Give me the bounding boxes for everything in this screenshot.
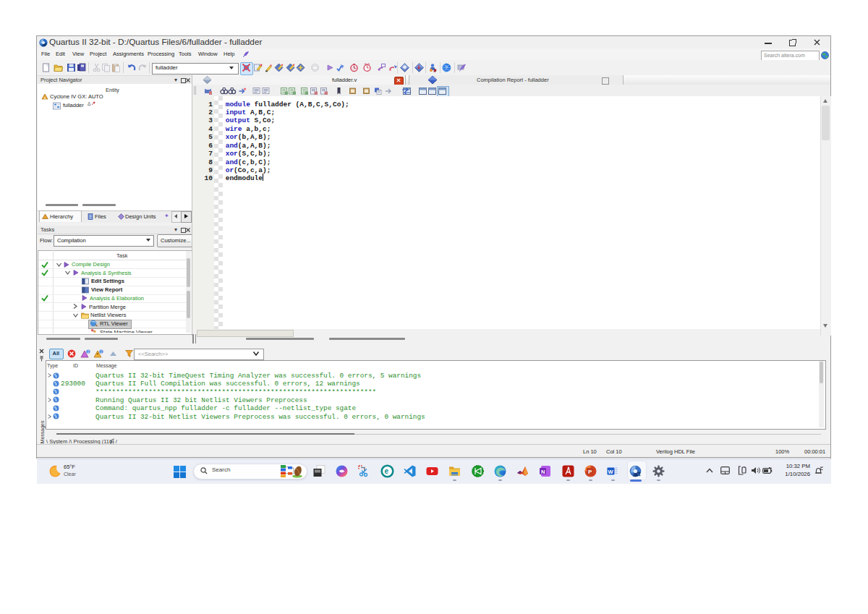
svg-text:Δ: Δ <box>88 101 91 106</box>
svg-text:W: W <box>608 468 614 474</box>
svg-text:e: e <box>384 467 388 475</box>
svg-text:N: N <box>541 468 545 474</box>
svg-text:?: ? <box>445 65 448 70</box>
svg-text:P: P <box>588 468 592 474</box>
